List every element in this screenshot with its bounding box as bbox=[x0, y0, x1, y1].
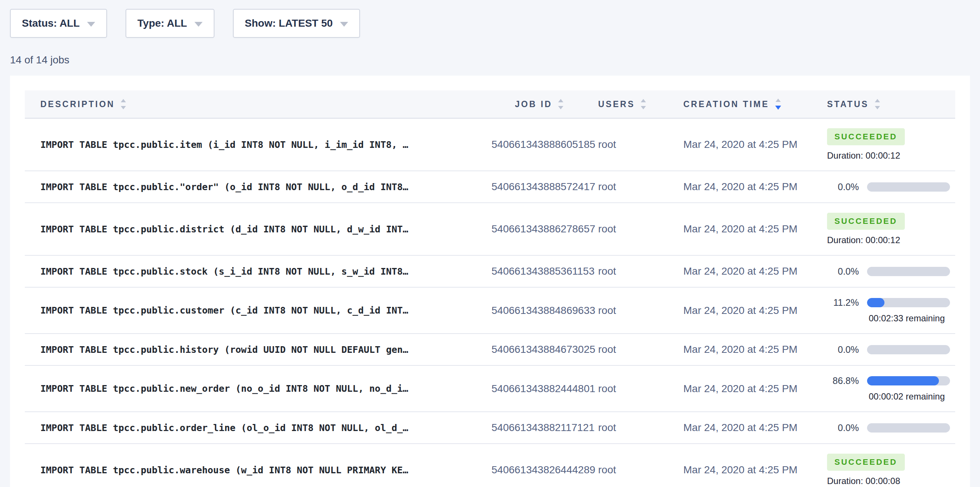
sort-desc-icon bbox=[558, 106, 563, 109]
progress-bar bbox=[867, 182, 950, 192]
progress-percent: 0.0% bbox=[827, 266, 859, 277]
job-creation-time: Mar 24, 2020 at 4:25 PM bbox=[682, 366, 825, 412]
status-filter-label: Status: ALL bbox=[22, 18, 80, 29]
column-header-label: CREATION TIME bbox=[683, 99, 769, 109]
job-creation-time: Mar 24, 2020 at 4:25 PM bbox=[682, 255, 825, 287]
job-description: IMPORT TABLE tpcc.public.history (rowid … bbox=[40, 344, 408, 355]
filters-bar: Status: ALL Type: ALL Show: LATEST 50 bbox=[0, 0, 980, 38]
progress-bar-fill bbox=[867, 376, 939, 385]
status-succeeded-block: SUCCEEDED Duration: 00:00:08 bbox=[827, 453, 955, 486]
status-progress-block: 86.8% 00:00:02 remaining bbox=[827, 375, 955, 402]
show-filter-label: Show: LATEST 50 bbox=[245, 18, 333, 29]
table-header-row: DESCRIPTION JOB ID USERS CREATION T bbox=[25, 91, 955, 118]
sort-asc-icon bbox=[875, 99, 880, 102]
sort-desc-icon bbox=[641, 106, 646, 109]
job-creation-time: Mar 24, 2020 at 4:25 PM bbox=[682, 118, 825, 171]
column-header-label: JOB ID bbox=[515, 99, 552, 109]
jobs-table: DESCRIPTION JOB ID USERS CREATION T bbox=[25, 91, 955, 487]
job-id: 540661343888572417 bbox=[492, 171, 566, 203]
status-badge: SUCCEEDED bbox=[827, 453, 905, 471]
job-creation-time: Mar 24, 2020 at 4:25 PM bbox=[682, 412, 825, 444]
progress-percent: 86.8% bbox=[827, 375, 859, 386]
job-row: IMPORT TABLE tpcc.public.order_line (ol_… bbox=[25, 412, 955, 444]
sort-asc-icon bbox=[558, 99, 563, 102]
status-progress-block: 0.0% bbox=[827, 344, 955, 355]
progress-percent: 0.0% bbox=[827, 182, 859, 192]
job-row: IMPORT TABLE tpcc.public."order" (o_id I… bbox=[25, 171, 955, 203]
sort-icons bbox=[558, 99, 563, 109]
progress-bar-fill bbox=[867, 298, 885, 307]
column-header-label: USERS bbox=[598, 99, 635, 109]
progress-bar bbox=[867, 267, 950, 276]
status-progress-block: 0.0% bbox=[827, 423, 955, 433]
chevron-down-icon bbox=[87, 22, 95, 27]
sort-asc-icon bbox=[121, 99, 126, 102]
job-row: IMPORT TABLE tpcc.public.new_order (no_o… bbox=[25, 366, 955, 412]
progress-bar bbox=[867, 345, 950, 354]
column-header[interactable]: CREATION TIME bbox=[682, 91, 825, 118]
sort-desc-icon bbox=[775, 105, 781, 110]
status-progress-block: 0.0% bbox=[827, 266, 955, 277]
progress-percent: 0.0% bbox=[827, 423, 859, 433]
job-id: 540661343888605185 bbox=[492, 118, 566, 171]
time-remaining: 00:00:02 remaining bbox=[827, 391, 950, 402]
job-id: 540661343884869633 bbox=[492, 287, 566, 334]
job-creation-time: Mar 24, 2020 at 4:25 PM bbox=[682, 171, 825, 203]
job-duration: Duration: 00:00:08 bbox=[827, 476, 955, 486]
job-row: IMPORT TABLE tpcc.public.district (d_id … bbox=[25, 203, 955, 255]
job-description: IMPORT TABLE tpcc.public."order" (o_id I… bbox=[40, 182, 408, 192]
sort-desc-icon bbox=[875, 106, 880, 109]
job-row: IMPORT TABLE tpcc.public.warehouse (w_id… bbox=[25, 444, 955, 487]
status-filter-dropdown[interactable]: Status: ALL bbox=[10, 9, 107, 38]
status-succeeded-block: SUCCEEDED Duration: 00:00:12 bbox=[827, 213, 955, 245]
job-description: IMPORT TABLE tpcc.public.warehouse (w_id… bbox=[40, 465, 408, 476]
job-id: 540661343884673025 bbox=[492, 334, 566, 366]
type-filter-label: Type: ALL bbox=[137, 18, 187, 29]
status-succeeded-block: SUCCEEDED Duration: 00:00:12 bbox=[827, 128, 955, 161]
job-row: IMPORT TABLE tpcc.public.history (rowid … bbox=[25, 334, 955, 366]
sort-desc-icon bbox=[121, 106, 126, 109]
status-badge: SUCCEEDED bbox=[827, 213, 905, 230]
job-description: IMPORT TABLE tpcc.public.item (i_id INT8… bbox=[40, 139, 408, 150]
jobs-count-summary: 14 of 14 jobs bbox=[10, 54, 980, 66]
progress-bar bbox=[867, 423, 950, 433]
time-remaining: 00:02:33 remaining bbox=[827, 313, 950, 324]
status-progress-block: 0.0% bbox=[827, 182, 955, 192]
jobs-table-card: DESCRIPTION JOB ID USERS CREATION T bbox=[10, 76, 970, 487]
column-header-label: DESCRIPTION bbox=[40, 99, 115, 109]
chevron-down-icon bbox=[340, 22, 348, 27]
column-header[interactable]: DESCRIPTION bbox=[25, 91, 492, 118]
job-duration: Duration: 00:00:12 bbox=[827, 150, 955, 161]
job-id: 540661343882444801 bbox=[492, 366, 566, 412]
job-creation-time: Mar 24, 2020 at 4:25 PM bbox=[682, 203, 825, 255]
job-row: IMPORT TABLE tpcc.public.customer (c_id … bbox=[25, 287, 955, 334]
job-row: IMPORT TABLE tpcc.public.item (i_id INT8… bbox=[25, 118, 955, 171]
sort-icons bbox=[121, 99, 126, 109]
progress-bar bbox=[867, 376, 950, 385]
column-header-label: STATUS bbox=[827, 99, 869, 109]
jobs-page: Status: ALL Type: ALL Show: LATEST 50 14… bbox=[0, 0, 980, 487]
sort-icons bbox=[875, 99, 880, 109]
show-filter-dropdown[interactable]: Show: LATEST 50 bbox=[233, 9, 360, 38]
sort-asc-icon bbox=[641, 99, 646, 102]
job-description: IMPORT TABLE tpcc.public.stock (s_i_id I… bbox=[40, 266, 408, 277]
job-id: 540661343826444289 bbox=[492, 444, 566, 487]
job-description: IMPORT TABLE tpcc.public.district (d_id … bbox=[40, 224, 408, 235]
progress-bar bbox=[867, 298, 950, 307]
job-description: IMPORT TABLE tpcc.public.customer (c_id … bbox=[40, 305, 408, 316]
progress-percent: 0.0% bbox=[827, 344, 859, 355]
type-filter-dropdown[interactable]: Type: ALL bbox=[126, 9, 215, 38]
column-header[interactable]: USERS bbox=[566, 91, 682, 118]
sort-icons bbox=[775, 99, 781, 110]
job-description: IMPORT TABLE tpcc.public.order_line (ol_… bbox=[40, 423, 408, 433]
status-progress-block: 11.2% 00:02:33 remaining bbox=[827, 297, 955, 324]
job-id: 540661343882117121 bbox=[492, 412, 566, 444]
sort-asc-icon bbox=[776, 99, 781, 102]
column-header[interactable]: JOB ID bbox=[492, 91, 566, 118]
status-badge: SUCCEEDED bbox=[827, 128, 905, 145]
progress-percent: 11.2% bbox=[827, 297, 859, 308]
column-header[interactable]: STATUS bbox=[825, 91, 955, 118]
job-id: 540661343885361153 bbox=[492, 255, 566, 287]
job-creation-time: Mar 24, 2020 at 4:25 PM bbox=[682, 444, 825, 487]
job-id: 540661343886278657 bbox=[492, 203, 566, 255]
